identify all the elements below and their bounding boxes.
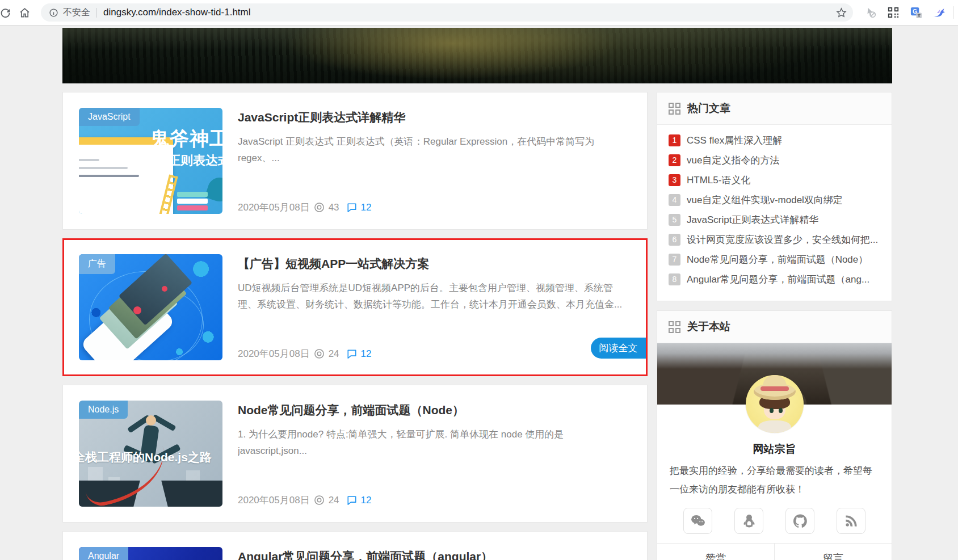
rank-badge: 2 [669, 154, 680, 166]
rank-badge: 6 [669, 234, 680, 246]
article-title[interactable]: JavaScript正则表达式详解精华 [238, 110, 631, 125]
hot-articles-title: 热门文章 [687, 101, 730, 116]
hot-item-3[interactable]: 3HTML5-语义化 [669, 174, 880, 186]
rank-badge: 3 [669, 174, 680, 186]
comments-icon [347, 203, 357, 213]
views-count: 24 [329, 348, 339, 360]
hot-item-7[interactable]: 7Node常见问题分享，前端面试题（Node） [669, 253, 880, 266]
thumb-dot-graphic [133, 306, 141, 314]
comments-count[interactable]: 12 [361, 348, 372, 360]
donate-button[interactable]: 赞赏 [657, 544, 775, 560]
thumb-cliff-graphic [161, 481, 222, 507]
comments-count[interactable]: 12 [361, 202, 372, 213]
thumb-caption: 全栈工程师的Node.js之路 [79, 449, 212, 465]
reload-icon [0, 7, 11, 19]
wechat-icon [691, 515, 705, 527]
comments-icon [347, 495, 357, 506]
info-icon[interactable] [49, 8, 58, 18]
bird-icon [932, 6, 946, 19]
qr-code-icon [887, 6, 900, 19]
hero-banner-image [62, 28, 892, 83]
rss-button[interactable] [837, 508, 865, 534]
hot-articles-box: 热门文章 1CSS flex属性深入理解 2vue自定义指令的方法 3HTML5… [657, 92, 892, 301]
home-icon [19, 7, 31, 19]
hot-item-1[interactable]: 1CSS flex属性深入理解 [669, 134, 880, 146]
sidebar: 热门文章 1CSS flex属性深入理解 2vue自定义指令的方法 3HTML5… [657, 92, 892, 560]
security-label: 不安全 [63, 7, 90, 19]
rank-badge: 4 [669, 194, 680, 206]
avatar [746, 375, 804, 433]
article-date: 2020年05月08日 [238, 494, 310, 507]
hot-item-label: 设计网页宽度应该设置多少，安全线如何把... [687, 233, 878, 246]
translate-icon: G [910, 6, 923, 19]
message-button[interactable]: 留言 [775, 544, 892, 560]
grid-icon [669, 103, 680, 115]
address-bar[interactable]: 不安全 dingsky.com/index-show-tid-1.html [41, 3, 853, 22]
article-thumbnail[interactable]: 全栈工程师的Node.js之路 Node.js [79, 401, 222, 507]
hot-item-label: Angular常见问题分享，前端面试题（ang... [687, 273, 869, 286]
wechat-button[interactable] [683, 508, 712, 534]
motto-text: 把最实用的经验，分享给最需要的读者，希望每一位来访的朋友都能有所收获！ [657, 457, 892, 499]
category-badge[interactable]: JavaScript [79, 108, 140, 126]
extension-pointer-blocker[interactable] [861, 3, 880, 22]
url-text[interactable]: dingsky.com/index-show-tid-1.html [103, 7, 835, 18]
article-thumbnail[interactable]: 广告 [79, 254, 222, 360]
article-thumbnail[interactable]: 鬼斧神工 之正则表达式 JavaScript [79, 108, 222, 214]
hot-item-2[interactable]: 2vue自定义指令的方法 [669, 154, 880, 166]
motto-title: 网站宗旨 [657, 442, 892, 457]
home-button[interactable] [15, 3, 34, 22]
bookmark-star-icon[interactable] [835, 7, 847, 19]
webpage: 鬼斧神工 之正则表达式 JavaScript JavaScript正则表达式详解… [0, 26, 958, 560]
read-more-button[interactable]: 阅读全文 [591, 338, 646, 359]
rank-badge: 1 [669, 134, 680, 146]
address-separator [96, 8, 96, 18]
pointer-slash-icon [864, 6, 877, 19]
category-badge[interactable]: Angular [79, 547, 128, 560]
article-card-ad: 广告 【广告】短视频APP一站式解决方案 UD短视频后台管理系统是UD短视频AP… [62, 238, 648, 376]
extension-translate[interactable]: G [906, 3, 926, 22]
article-title[interactable]: Angular常见问题分享，前端面试题（angular） [238, 549, 631, 560]
article-excerpt: UD短视频后台管理系统是UD短视频APP的后台。主要包含用户管理、视频管理、系统… [238, 280, 631, 313]
hot-item-label: JavaScript正则表达式详解精华 [687, 213, 818, 226]
views-icon [314, 495, 325, 506]
hot-item-label: CSS flex属性深入理解 [687, 134, 782, 147]
article-title[interactable]: 【广告】短视频APP一站式解决方案 [238, 256, 631, 272]
rss-icon [845, 515, 858, 527]
views-icon [314, 348, 325, 359]
qq-icon [743, 514, 755, 528]
article-card-node: 全栈工程师的Node.js之路 Node.js Node常见问题分享，前端面试题… [62, 385, 648, 523]
thumb-dot-graphic [162, 286, 167, 292]
about-box: 关于本站 网站宗旨 把最实用的经验，分享给最需要的读者，希望每一位来访的朋友都能… [657, 310, 892, 560]
article-date: 2020年05月08日 [238, 201, 310, 214]
hot-item-8[interactable]: 8Angular常见问题分享，前端面试题（ang... [669, 273, 880, 285]
comments-count[interactable]: 12 [361, 495, 372, 506]
toolbar-separator [953, 6, 953, 19]
social-links [657, 508, 892, 534]
qq-button[interactable] [734, 508, 763, 534]
thumb-books-graphic [177, 190, 208, 210]
hot-item-5[interactable]: 5JavaScript正则表达式详解精华 [669, 213, 880, 226]
category-badge[interactable]: 广告 [79, 254, 115, 274]
rank-badge: 5 [669, 214, 680, 226]
comments-icon [347, 349, 357, 359]
hot-item-4[interactable]: 4vue自定义组件实现v-model双向绑定 [669, 193, 880, 206]
rank-badge: 8 [669, 273, 680, 285]
views-count: 43 [329, 202, 339, 213]
hot-item-label: Node常见问题分享，前端面试题（Node） [687, 253, 868, 266]
reload-button[interactable] [0, 3, 15, 22]
hot-item-label: vue自定义指令的方法 [687, 154, 779, 167]
article-list: 鬼斧神工 之正则表达式 JavaScript JavaScript正则表达式详解… [62, 92, 648, 560]
extension-qr-code[interactable] [884, 3, 903, 22]
article-date: 2020年05月08日 [238, 347, 310, 360]
article-meta: 2020年05月08日 24 12 [238, 347, 631, 360]
rank-badge: 7 [669, 254, 680, 266]
about-footer: 赞赏 留言 [657, 543, 892, 560]
views-icon [314, 202, 325, 213]
about-title: 关于本站 [687, 319, 730, 334]
extension-bird[interactable] [929, 3, 948, 22]
category-badge[interactable]: Node.js [79, 401, 128, 419]
article-thumbnail[interactable]: Angular [79, 547, 222, 560]
article-title[interactable]: Node常见问题分享，前端面试题（Node） [238, 402, 631, 418]
hot-item-6[interactable]: 6设计网页宽度应该设置多少，安全线如何把... [669, 233, 880, 246]
github-button[interactable] [785, 508, 814, 534]
